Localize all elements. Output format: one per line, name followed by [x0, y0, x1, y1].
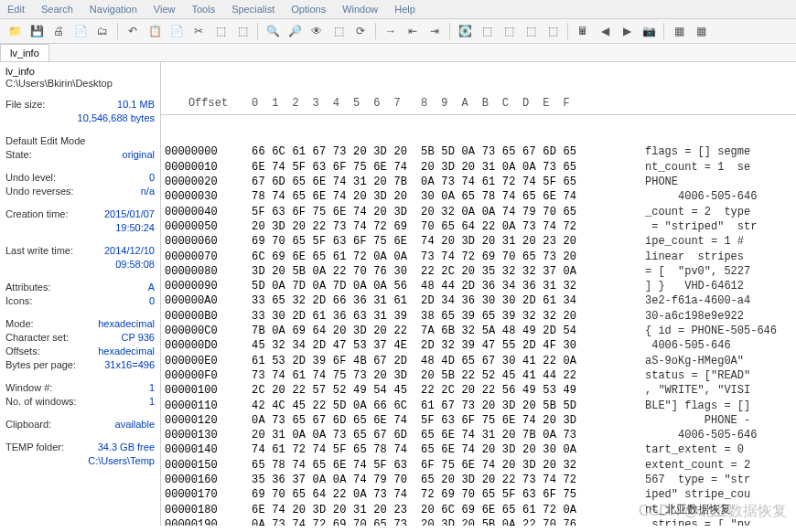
clone-icon[interactable]: ⬚	[500, 22, 518, 40]
offsets-value: hexadecimal	[98, 345, 155, 358]
hex-row[interactable]: 000000C07B 0A 69 64 20 3D 20 22 7A 6B 32…	[165, 324, 796, 338]
hex-row[interactable]: 000000905D 0A 7D 0A 7D 0A 0A 56 48 44 2D…	[165, 279, 796, 293]
separator	[375, 23, 376, 39]
attr-label: Attributes:	[5, 281, 51, 294]
attr-value: A	[148, 281, 155, 294]
cut-icon[interactable]: ✂	[189, 22, 208, 40]
binary-icon[interactable]: ⬚	[211, 22, 230, 40]
options-icon[interactable]: ▦	[692, 22, 710, 40]
paste-icon[interactable]: 📄	[167, 22, 186, 40]
wtime-label: Last write time:	[5, 244, 73, 258]
prev-icon[interactable]: ◀	[596, 22, 614, 40]
hex-row[interactable]: 000000A033 65 32 2D 66 36 31 61 2D 34 36…	[165, 293, 796, 308]
hex-row[interactable]: 000001200A 73 65 67 6D 65 6E 74 5F 63 6F…	[165, 413, 796, 428]
ctime-value: 2015/01/07	[104, 207, 155, 221]
hex-row[interactable]: 0000014074 61 72 74 5F 65 78 74 65 6E 74…	[165, 442, 796, 457]
doc-icon[interactable]: 📄	[71, 22, 90, 40]
hex-row[interactable]: 000000F073 74 61 74 75 73 20 3D 20 5B 22…	[165, 368, 796, 383]
watermark: CSDN @北亚数据恢复	[639, 504, 787, 518]
file-path: C:\Users\Bkirin\Desktop	[5, 78, 155, 89]
temp-label: TEMP folder:	[5, 441, 64, 454]
hex-icon[interactable]: ⬚	[233, 22, 252, 40]
hex-row[interactable]: 000000405F 63 6F 75 6E 74 20 3D 20 32 0A…	[165, 205, 796, 219]
separator	[257, 23, 258, 39]
hex-row[interactable]: 0000000066 6C 61 67 73 20 3D 20 5B 5D 0A…	[165, 144, 796, 159]
offsets-label: Offsets:	[5, 345, 40, 358]
hex-row[interactable]: 0000015065 78 74 65 6E 74 5F 63 6F 75 6E…	[165, 458, 796, 473]
camera-icon[interactable]: 📷	[640, 22, 658, 40]
forward-icon[interactable]: ⇥	[425, 22, 444, 40]
hex-row[interactable]: 0000005020 3D 20 22 73 74 72 69 70 65 64…	[165, 219, 796, 234]
clip-label: Clipboard:	[5, 418, 51, 431]
separator	[567, 23, 568, 39]
hex-header: Offset0 1 2 3 4 5 6 7 8 9 A B C D E F	[161, 92, 796, 115]
print-icon[interactable]: 🖨	[49, 22, 68, 40]
state-label: State:	[5, 148, 32, 162]
hex-row[interactable]: 000001900A 73 74 72 69 70 65 73 20 3D 20…	[165, 517, 796, 526]
back-icon[interactable]: ⇤	[403, 22, 422, 40]
hash-icon[interactable]: ⬚	[543, 22, 562, 40]
menu-options[interactable]: Options	[291, 4, 326, 15]
separator	[449, 23, 450, 39]
toolbar: 📁 💾 🖨 📄 🗂 ↶ 📋 📄 ✂ ⬚ ⬚ 🔍 🔎 👁 ⬚ ⟳ → ⇤ ⇥ 💽 …	[0, 19, 796, 44]
calc-icon[interactable]: 🖩	[574, 22, 592, 40]
undo-icon[interactable]: ↶	[124, 22, 142, 40]
separator	[663, 23, 664, 39]
hex-row[interactable]: 0000002067 6D 65 6E 74 31 20 7B 0A 73 74…	[165, 175, 796, 189]
disk-icon[interactable]: 💽	[456, 22, 474, 40]
menu-search[interactable]: Search	[41, 4, 73, 15]
hex-editor[interactable]: Offset0 1 2 3 4 5 6 7 8 9 A B C D E F 00…	[161, 62, 796, 526]
undo-level-value: 0	[149, 171, 155, 185]
separator	[117, 23, 118, 39]
hex-row[interactable]: 0000003078 74 65 6E 74 20 3D 20 30 0A 65…	[165, 189, 796, 204]
ctime-label: Creation time:	[5, 207, 68, 221]
image-icon[interactable]: ⬚	[522, 22, 540, 40]
find-hex-icon[interactable]: 🔎	[285, 22, 304, 40]
table-icon[interactable]: ▦	[670, 22, 688, 40]
hex-row[interactable]: 0000006069 70 65 5F 63 6F 75 6E 74 20 3D…	[165, 234, 796, 249]
properties-icon[interactable]: 🗂	[93, 22, 112, 40]
undo-rev-label: Undo reverses:	[5, 185, 74, 198]
save-icon[interactable]: 💾	[27, 22, 46, 40]
hex-row[interactable]: 000001002C 20 22 57 52 49 54 45 22 2C 20…	[165, 383, 796, 398]
next-icon[interactable]: ▶	[618, 22, 636, 40]
ctime-time: 19:50:24	[115, 221, 155, 235]
hex-row[interactable]: 0000017069 70 65 64 22 0A 73 74 72 69 70…	[165, 487, 796, 502]
refresh-icon[interactable]: ⟳	[351, 22, 370, 40]
nwin-value: 1	[149, 395, 155, 409]
filesize-label: File size:	[5, 98, 45, 112]
icons-label: Icons:	[5, 294, 32, 308]
filesize-bytes: 10,546,688 bytes	[78, 112, 155, 125]
hex-row[interactable]: 0000011042 4C 45 22 5D 0A 66 6C 61 67 73…	[165, 399, 796, 413]
copy-icon[interactable]: 📋	[145, 22, 164, 40]
hex-row[interactable]: 000000106E 74 5F 63 6F 75 6E 74 20 3D 20…	[165, 160, 796, 175]
tab-lv-info[interactable]: lv_info	[0, 44, 49, 61]
goto-icon[interactable]: ⬚	[329, 22, 348, 40]
temp-value: 34.3 GB free	[98, 441, 155, 454]
sector-icon[interactable]: ⬚	[478, 22, 496, 40]
hex-row[interactable]: 000000B033 30 2D 61 36 63 31 39 38 65 39…	[165, 309, 796, 324]
win-value: 1	[149, 381, 155, 395]
find-icon[interactable]: 🔍	[264, 22, 282, 40]
mode-value: hexadecimal	[98, 317, 155, 331]
temp-path: C:\Users\Temp	[88, 454, 155, 468]
hex-row[interactable]: 000000E061 53 2D 39 6F 4B 67 2D 48 4D 65…	[165, 354, 796, 368]
menu-view[interactable]: View	[154, 4, 176, 15]
menu-help[interactable]: Help	[394, 4, 415, 15]
menu-specialist[interactable]: Specialist	[231, 4, 274, 15]
replace-icon[interactable]: 👁	[307, 22, 326, 40]
hex-row[interactable]: 000000803D 20 5B 0A 22 70 76 30 22 2C 20…	[165, 264, 796, 279]
menu-navigation[interactable]: Navigation	[90, 4, 137, 15]
hex-row[interactable]: 000000706C 69 6E 65 61 72 0A 0A 73 74 72…	[165, 250, 796, 264]
hex-row[interactable]: 000000D045 32 34 2D 47 53 37 4E 2D 32 39…	[165, 338, 796, 353]
icons-value: 0	[149, 294, 155, 308]
go-icon[interactable]: →	[382, 22, 400, 40]
menu-edit[interactable]: Edit	[7, 4, 25, 15]
hex-row[interactable]: 0000016035 36 37 0A 0A 74 79 70 65 20 3D…	[165, 473, 796, 487]
nwin-label: No. of windows:	[5, 395, 77, 409]
bpp-label: Bytes per page:	[5, 358, 76, 372]
open-icon[interactable]: 📁	[5, 22, 24, 40]
menu-window[interactable]: Window	[342, 4, 378, 15]
menu-tools[interactable]: Tools	[191, 4, 215, 15]
hex-row[interactable]: 0000013020 31 0A 0A 73 65 67 6D 65 6E 74…	[165, 428, 796, 442]
